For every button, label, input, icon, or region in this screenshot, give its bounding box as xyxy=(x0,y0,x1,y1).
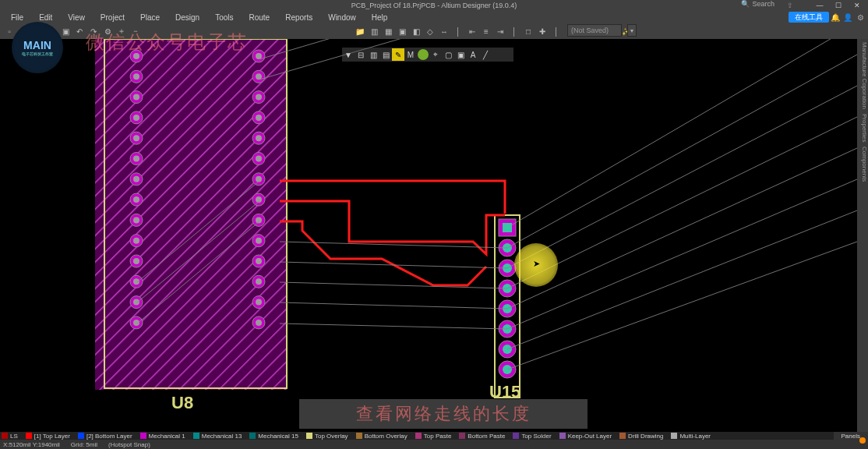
shape-icon[interactable]: ◧ xyxy=(410,25,422,37)
ab-box2-icon[interactable]: ▣ xyxy=(454,48,467,61)
menu-place[interactable]: Place xyxy=(132,13,168,22)
menu-help[interactable]: Help xyxy=(364,13,396,22)
svg-point-47 xyxy=(256,258,262,264)
ab-box-icon[interactable]: ▢ xyxy=(442,48,454,61)
online-tools-button[interactable]: 在线工具 xyxy=(789,12,829,23)
layer-tab-9[interactable]: Bottom Paste xyxy=(459,433,505,440)
layer-swatch-icon xyxy=(249,433,256,439)
caption-subtitle: 查看网络走线的长度 xyxy=(299,399,587,429)
svg-point-15 xyxy=(256,94,262,101)
layer-tab-3[interactable]: Mechanical 1 xyxy=(140,433,185,440)
layer-tab-13[interactable]: Multi-Layer xyxy=(671,433,711,440)
ab-mode-icon[interactable]: M xyxy=(404,48,417,61)
poly-icon[interactable]: ◇ xyxy=(424,25,436,37)
cursor-highlight: ➤ xyxy=(514,243,558,287)
menu-project[interactable]: Project xyxy=(93,13,132,22)
align-l-icon[interactable]: ⇤ xyxy=(466,25,478,37)
layer-swatch-icon xyxy=(513,433,519,439)
layer-tab-10[interactable]: Top Solder xyxy=(513,433,551,440)
brand-name: MAIN xyxy=(23,39,51,51)
save-status[interactable]: (Not Saved) xyxy=(567,24,622,37)
menu-window[interactable]: Window xyxy=(320,13,364,22)
menu-file[interactable]: File xyxy=(3,13,31,22)
menu-tools[interactable]: Tools xyxy=(207,13,241,22)
dock-components[interactable]: Components xyxy=(857,147,868,182)
ab-line-icon[interactable]: ╱ xyxy=(479,48,492,61)
menu-reports[interactable]: Reports xyxy=(277,13,320,22)
minimize-button[interactable]: — xyxy=(810,0,829,11)
maximize-button[interactable]: ☐ xyxy=(829,0,848,11)
align-r-icon[interactable]: ⇥ xyxy=(494,25,506,37)
undo-icon[interactable]: ↶ xyxy=(73,25,86,37)
grid-icon[interactable]: ▦ xyxy=(382,25,394,37)
layer-tab-2[interactable]: [2] Bottom Layer xyxy=(78,433,132,440)
layer-tab-6[interactable]: Top Overlay xyxy=(306,433,348,440)
menu-edit[interactable]: Edit xyxy=(31,13,60,22)
layer-tab-1[interactable]: [1] Top Layer xyxy=(26,433,70,440)
dock-manufacture[interactable]: Manufacture Coporation xyxy=(857,42,868,109)
window-icon[interactable]: ▣ xyxy=(396,25,408,37)
layer-tab-5[interactable]: Mechanical 15 xyxy=(249,433,298,440)
cross-icon[interactable]: ✚ xyxy=(536,25,549,37)
layer-tab-12[interactable]: Drill Drawing xyxy=(619,433,663,440)
layer-tab-4[interactable]: Mechanical 13 xyxy=(193,433,242,440)
menu-view[interactable]: View xyxy=(60,13,93,22)
layer-tab-11[interactable]: Keep-Out Layer xyxy=(559,433,612,440)
ab-clear-icon[interactable]: ⊟ xyxy=(355,48,367,61)
zoom-area-icon[interactable]: ▣ xyxy=(59,25,72,37)
svg-point-9 xyxy=(133,73,139,80)
menu-design[interactable]: Design xyxy=(168,13,207,22)
layer-tab-label: Bottom Paste xyxy=(468,433,505,440)
ab-filter-icon[interactable]: ▼ xyxy=(342,48,355,61)
save-dropdown-icon[interactable]: ▼ xyxy=(627,24,637,37)
svg-point-23 xyxy=(256,135,262,141)
layer-tab-8[interactable]: Top Paste xyxy=(415,433,452,440)
routed-tracks xyxy=(280,181,505,285)
layer-swatch-icon xyxy=(356,433,362,439)
svg-point-21 xyxy=(133,135,139,141)
box-icon[interactable]: □ xyxy=(522,25,535,37)
align-c-icon[interactable]: ≡ xyxy=(480,25,492,37)
svg-point-25 xyxy=(133,156,139,162)
menu-route[interactable]: Route xyxy=(242,13,278,22)
layer-swatch-icon xyxy=(459,433,465,439)
window-title: PCB_Project Of 18.PrjPCB - Altium Design… xyxy=(351,2,517,9)
search-placeholder: Search xyxy=(752,0,774,8)
layer-tab-7[interactable]: Bottom Overlay xyxy=(356,433,408,440)
svg-point-33 xyxy=(133,196,139,203)
vline-icon[interactable]: │ xyxy=(550,25,563,37)
svg-point-29 xyxy=(133,176,139,182)
ab-sel-icon[interactable]: ⌖ xyxy=(429,48,442,61)
ab-chart2-icon[interactable]: ▤ xyxy=(379,48,392,61)
layer-tab-label: Top Solder xyxy=(521,433,551,440)
svg-point-51 xyxy=(256,278,262,285)
sheet-icon[interactable]: ▥ xyxy=(368,25,380,37)
dock-properties[interactable]: Properties xyxy=(857,114,868,142)
ab-text-icon[interactable]: A xyxy=(467,48,479,61)
pcb-canvas[interactable]: U8 U15 xyxy=(0,39,868,440)
search-box[interactable]: 🔍 Search xyxy=(741,0,774,8)
folder2-icon[interactable]: 📁 xyxy=(354,25,366,37)
svg-point-13 xyxy=(133,94,139,101)
share-button[interactable]: ⇪ xyxy=(782,0,798,11)
notify-icon[interactable]: 🔔 xyxy=(829,11,842,23)
svg-line-84 xyxy=(507,39,857,228)
user-icon[interactable]: 👤 xyxy=(842,11,854,23)
status-indicator-icon xyxy=(859,437,866,444)
layer-swatch-icon xyxy=(559,433,566,439)
layer-swatch-icon xyxy=(306,433,312,439)
layer-tab-label: Top Overlay xyxy=(315,433,348,440)
ab-chart-icon[interactable]: ▥ xyxy=(367,48,379,61)
close-button[interactable]: ✕ xyxy=(848,0,866,11)
dim-icon[interactable]: ↔ xyxy=(438,25,450,37)
active-toolbar: ▼ ⊟ ▥ ▤ ✎ M ⌖ ▢ ▣ A ╱ xyxy=(342,48,513,62)
svg-point-55 xyxy=(256,299,262,306)
svg-point-19 xyxy=(256,115,262,121)
layer-tab-0[interactable]: LS xyxy=(2,433,18,440)
layer-tab-label: Mechanical 15 xyxy=(258,433,298,440)
ab-dot-icon[interactable] xyxy=(417,48,429,61)
settings-gear-icon[interactable]: ⚙ xyxy=(854,11,866,23)
ab-pen-icon[interactable]: ✎ xyxy=(392,48,404,61)
title-bar: PCB_Project Of 18.PrjPCB - Altium Design… xyxy=(0,0,868,11)
status-bar: X:5120mil Y:1940mil Grid: 5mil (Hotspot … xyxy=(0,440,868,449)
